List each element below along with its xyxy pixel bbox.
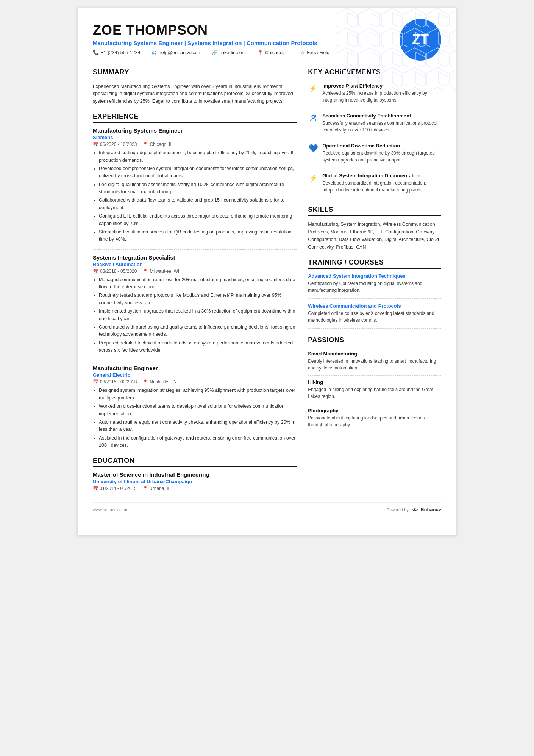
job-3-meta: 📅 08/2015 - 02/2018 📍 Nashville, TN bbox=[93, 379, 297, 385]
passion-1: Smart Manufacturing Deeply interested in… bbox=[308, 351, 441, 376]
candidate-name: ZOE THOMPSON bbox=[93, 23, 392, 38]
bullet: Collaborated with data-flow teams to val… bbox=[99, 197, 297, 211]
course-2-title: Wireless Communication and Protocols bbox=[308, 303, 441, 309]
job-2-title: Systems Integration Specialist bbox=[93, 254, 297, 261]
edu-meta: 📅 01/2014 - 01/2015 📍 Urbana, IL bbox=[93, 486, 297, 491]
calendar-icon-3: 📅 bbox=[93, 379, 98, 385]
passion-3-text: Passionate about capturing landscapes an… bbox=[308, 415, 441, 428]
job-3-location: 📍 Nashville, TN bbox=[142, 379, 176, 385]
course-1-title: Advanced System Integration Techniques bbox=[308, 273, 441, 279]
contact-email: @ help@enhancv.com bbox=[152, 50, 200, 55]
svg-point-4 bbox=[314, 115, 317, 117]
job-3-bullets: Designed system integration strategies, … bbox=[93, 387, 297, 449]
header-left: ZOE THOMPSON Manufacturing Systems Engin… bbox=[93, 23, 392, 55]
calendar-icon-4: 📅 bbox=[93, 486, 98, 491]
calendar-icon-2: 📅 bbox=[93, 269, 98, 274]
powered-by-text: Powered by bbox=[387, 507, 409, 512]
left-column: SUMMARY Experienced Manufacturing System… bbox=[93, 68, 297, 491]
achievement-2-content: Seamless Connectivity Establishment Succ… bbox=[322, 113, 441, 133]
job-2-bullets: Managed communication readiness for 20+ … bbox=[93, 276, 297, 354]
job-1-meta: 📅 06/2020 - 10/2023 📍 Chicago, IL bbox=[93, 142, 297, 147]
achievement-3-icon: 💙 bbox=[308, 143, 319, 153]
passion-2-title: Hiking bbox=[308, 379, 441, 385]
job-1: Manufacturing Systems Engineer Siemens 📅… bbox=[93, 127, 297, 243]
job-divider bbox=[93, 249, 297, 250]
job-1-date: 📅 06/2020 - 10/2023 bbox=[93, 142, 137, 147]
contact-location: 📍 Chicago, IL bbox=[257, 50, 289, 55]
achievement-3-title: Operational Downtime Reduction bbox=[322, 143, 441, 149]
svg-point-3 bbox=[312, 116, 314, 118]
contact-linkedin: 🔗 linkedin.com bbox=[212, 50, 246, 55]
edu-location: 📍 Urbana, IL bbox=[142, 486, 170, 491]
achievement-1-title: Improved Plant Efficiency bbox=[322, 83, 441, 89]
bullet: Streamlined verification process for QR … bbox=[99, 229, 297, 243]
contact-phone: 📞 +1-(234)-555-1234 bbox=[93, 50, 141, 55]
course-2-text: Completed online course by edX covering … bbox=[308, 310, 441, 324]
bullet: Automated routine equipment connectivity… bbox=[99, 419, 297, 434]
location-icon-3: 📍 bbox=[142, 269, 148, 274]
star-icon: ☆ bbox=[300, 50, 305, 55]
job-1-company: Siemens bbox=[93, 135, 297, 140]
achievement-2-title: Seamless Connectivity Establishment bbox=[322, 113, 441, 119]
achievement-4-title: Global System Integration Documentation bbox=[322, 173, 441, 178]
bullet: Configured LTE cellular endpoints across… bbox=[99, 213, 297, 227]
job-2-meta: 📅 03/2018 - 05/2020 📍 Milwaukee, WI bbox=[93, 269, 297, 274]
linkedin-icon: 🔗 bbox=[212, 50, 218, 55]
bullet: Integrated cutting-edge digital equipmen… bbox=[99, 149, 297, 164]
edu-school: University of Illinois at Urbana-Champai… bbox=[93, 479, 297, 484]
course-1-text: Certification by Coursera focusing on di… bbox=[308, 280, 441, 294]
footer: www.enhancv.com Powered by Enhancv bbox=[93, 502, 441, 512]
passion-2-text: Engaged in hiking and exploring nature t… bbox=[308, 386, 441, 400]
achievement-4-content: Global System Integration Documentation … bbox=[322, 173, 441, 193]
achievement-1-icon: ⚡ bbox=[308, 83, 319, 94]
summary-section-title: SUMMARY bbox=[93, 68, 297, 78]
svg-point-5 bbox=[414, 509, 415, 510]
education-entry-1: Master of Science in Industrial Engineer… bbox=[93, 471, 297, 491]
job-divider-2 bbox=[93, 360, 297, 360]
location-icon-4: 📍 bbox=[142, 379, 148, 385]
phone-icon: 📞 bbox=[93, 50, 99, 55]
edu-date: 📅 01/2014 - 01/2015 bbox=[93, 486, 137, 491]
contact-extra: ☆ Extra Field bbox=[300, 50, 329, 55]
job-3: Manufacturing Engineer General Electric … bbox=[93, 365, 297, 449]
contact-info: 📞 +1-(234)-555-1234 @ help@enhancv.com 🔗… bbox=[93, 50, 392, 55]
achievement-3: 💙 Operational Downtime Reduction Reduced… bbox=[308, 143, 441, 168]
bullet: Designed system integration strategies, … bbox=[99, 387, 297, 402]
location-icon-2: 📍 bbox=[142, 142, 148, 147]
location-icon-5: 📍 bbox=[142, 486, 148, 491]
achievement-2-text: Successfully ensured seamless communicat… bbox=[322, 120, 441, 133]
bullet: Prepared detailed technical reports to a… bbox=[99, 340, 297, 354]
summary-text: Experienced Manufacturing Systems Engine… bbox=[93, 83, 297, 105]
experience-section-title: EXPERIENCE bbox=[93, 113, 297, 123]
footer-website: www.enhancv.com bbox=[93, 507, 127, 512]
achievement-3-content: Operational Downtime Reduction Reduced e… bbox=[322, 143, 441, 163]
job-1-bullets: Integrated cutting-edge digital equipmen… bbox=[93, 149, 297, 243]
achievement-1-text: Achieved a 25% increase in production ef… bbox=[322, 90, 441, 103]
bullet: Routinely tested standard protocols like… bbox=[99, 292, 297, 307]
job-3-company: General Electric bbox=[93, 372, 297, 378]
achievement-4: ⚡ Global System Integration Documentatio… bbox=[308, 173, 441, 198]
bullet: Coordinated with purchasing and quality … bbox=[99, 324, 297, 338]
passion-3: Photography Passionate about capturing l… bbox=[308, 408, 441, 432]
achievement-4-icon: ⚡ bbox=[308, 173, 319, 183]
job-2-location: 📍 Milwaukee, WI bbox=[142, 269, 179, 274]
brand-name: Enhancv bbox=[421, 507, 441, 512]
job-3-date: 📅 08/2015 - 02/2018 bbox=[93, 379, 137, 385]
enhancv-logo-icon bbox=[411, 507, 418, 512]
job-3-title: Manufacturing Engineer bbox=[93, 365, 297, 371]
header: ZOE THOMPSON Manufacturing Systems Engin… bbox=[93, 23, 441, 61]
job-2: Systems Integration Specialist Rockwell … bbox=[93, 254, 297, 354]
passion-2: Hiking Engaged in hiking and exploring n… bbox=[308, 379, 441, 404]
passion-1-text: Deeply interested in innovations leading… bbox=[308, 358, 441, 371]
job-2-company: Rockwell Automation bbox=[93, 261, 297, 267]
achievement-1: ⚡ Improved Plant Efficiency Achieved a 2… bbox=[308, 83, 441, 108]
bullet: Managed communication readiness for 20+ … bbox=[99, 276, 297, 291]
avatar: ZT bbox=[400, 19, 441, 61]
calendar-icon: 📅 bbox=[93, 142, 98, 147]
passion-3-title: Photography bbox=[308, 408, 441, 413]
achievement-3-text: Reduced equipment downtime by 30% throug… bbox=[322, 150, 441, 163]
job-2-date: 📅 03/2018 - 05/2020 bbox=[93, 269, 137, 274]
bullet: Developed comprehensive system integrati… bbox=[99, 165, 297, 180]
education-section-title: EDUCATION bbox=[93, 457, 297, 467]
skills-text: Manufacturing, System Integration, Wirel… bbox=[308, 221, 441, 251]
